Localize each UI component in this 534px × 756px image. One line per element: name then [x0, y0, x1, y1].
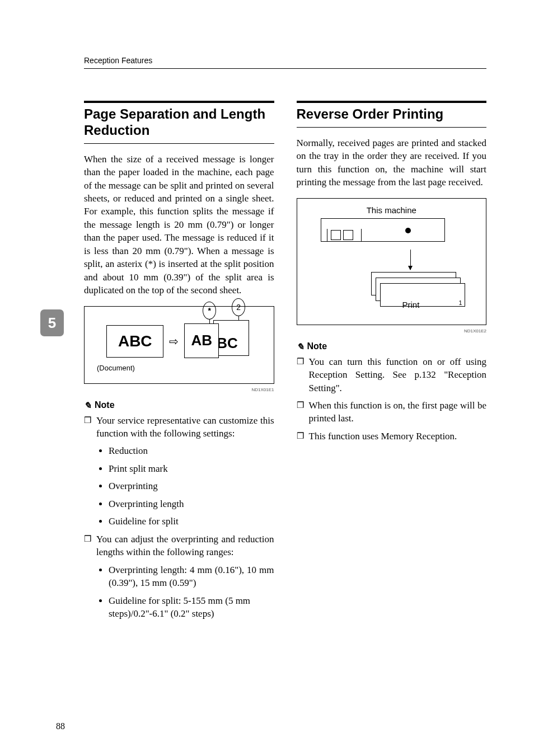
sheet-front: AB *	[184, 323, 219, 358]
sub-print-split-mark: Print split mark	[109, 462, 274, 475]
left-note-1-text: Your service representative can customiz…	[96, 415, 274, 439]
sheet-stack: 2 BC AB *	[184, 323, 251, 359]
figure-reverse-order: This machine 3 2 1 Pr	[297, 198, 487, 325]
machine-cassette-icon	[331, 230, 341, 240]
sheet-front-label: AB	[191, 332, 212, 349]
running-header: Reception Features	[84, 56, 152, 65]
pencil-icon: ✎	[84, 400, 91, 411]
oval-asterisk-label: *	[208, 306, 211, 315]
left-intro: When the size of a received message is l…	[84, 153, 274, 297]
left-note-header: ✎ Note	[84, 400, 274, 411]
page-number: 88	[56, 721, 65, 731]
oval-page2-label: 2	[236, 303, 241, 312]
oval-asterisk: *	[203, 302, 216, 320]
fig2-inner: 3 2 1 Print	[304, 218, 480, 313]
left-note-2: You can adjust the overprinting and redu…	[84, 533, 274, 621]
right-note-list: You can turn this function on or off usi…	[297, 355, 487, 443]
oval-line-icon	[209, 320, 210, 324]
sheet-back-label: BC	[217, 335, 238, 352]
arrow-right-icon: ⇨	[169, 336, 179, 347]
figure2-code: ND1X01E2	[297, 328, 487, 334]
left-section-title: Page Separation and Length Reduction	[84, 101, 274, 144]
document-box-label: ABC	[118, 332, 152, 350]
right-intro: Normally, received pages are printed and…	[297, 137, 487, 189]
figure1-caption: (Document)	[91, 364, 267, 372]
left-note-1: Your service representative can customiz…	[84, 414, 274, 528]
figure1-code: ND1X01E1	[84, 387, 274, 392]
print-label: Print	[402, 300, 420, 309]
fig1-inner: ABC ⇨ 2 BC AB	[91, 313, 267, 359]
document-box: ABC	[106, 325, 163, 358]
left-note-2-sublist: Overprinting length: 4 mm (0.16"), 10 mm…	[96, 564, 274, 621]
sheet-num-1: 1	[458, 299, 462, 306]
sub-reduction: Reduction	[109, 444, 274, 457]
left-note-2-text: You can adjust the overprinting and redu…	[96, 534, 274, 557]
oval-page2: 2	[232, 298, 245, 316]
chapter-tab: 5	[40, 309, 64, 336]
left-column: Page Separation and Length Reduction Whe…	[84, 101, 274, 626]
right-note-2: When this function is on, the first page…	[297, 399, 487, 425]
sub-guideline-split: Guideline for split	[109, 515, 274, 528]
machine-dot-icon	[405, 228, 411, 233]
sub-overprinting-length-range: Overprinting length: 4 mm (0.16"), 10 mm…	[109, 564, 274, 590]
left-note-1-sublist: Reduction Print split mark Overprinting …	[96, 444, 274, 528]
pencil-icon: ✎	[297, 341, 304, 352]
machine-cassette-icon	[343, 230, 353, 240]
right-note-header: ✎ Note	[297, 341, 487, 352]
sub-guideline-split-range: Guideline for split: 5-155 mm (5 mm step…	[109, 594, 274, 621]
figure-page-separation: ABC ⇨ 2 BC AB	[84, 306, 274, 384]
header-rule	[84, 68, 486, 69]
columns: Page Separation and Length Reduction Whe…	[84, 101, 486, 626]
print-sheet-1: 1	[380, 283, 465, 307]
arrow-down-icon	[410, 250, 411, 270]
machine-box-icon	[321, 218, 445, 242]
right-note-label: Note	[307, 341, 327, 351]
sub-overprinting-length: Overprinting length	[109, 497, 274, 510]
machine-tray-icon	[327, 229, 362, 242]
right-note-1: You can turn this function on or off usi…	[297, 355, 487, 395]
right-section-title: Reverse Order Printing	[297, 101, 487, 128]
left-note-label: Note	[95, 400, 115, 410]
sub-overprinting: Overprinting	[109, 480, 274, 492]
oval-line-icon	[238, 316, 239, 321]
left-note-list: Your service representative can customiz…	[84, 414, 274, 621]
right-note-3: This function uses Memory Reception.	[297, 430, 487, 443]
page: Reception Features 5 Page Separation and…	[0, 0, 534, 756]
machine-label: This machine	[304, 205, 480, 215]
right-column: Reverse Order Printing Normally, receive…	[297, 101, 487, 626]
